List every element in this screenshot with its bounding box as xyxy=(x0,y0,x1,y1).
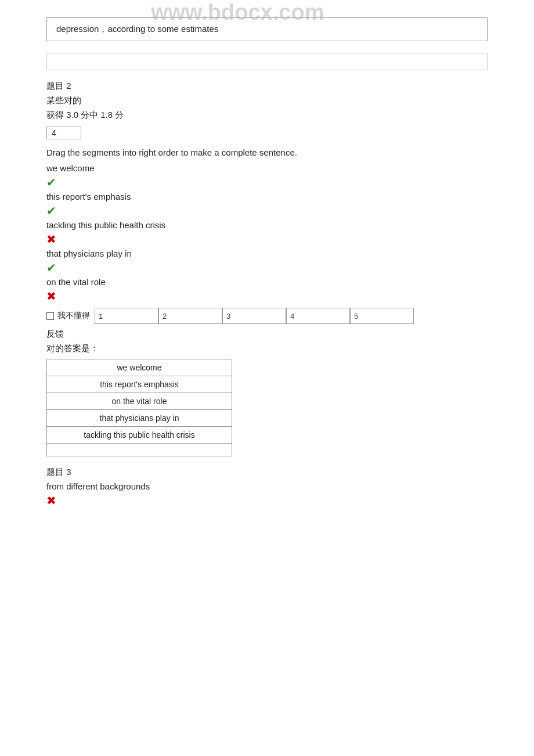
question3-segment-text: from different backgrounds xyxy=(46,481,488,491)
segment-1-text: we welcome xyxy=(46,163,488,173)
correct-row-4: that physicians play in xyxy=(47,410,232,427)
question3-section: 题目 3 from different backgrounds ✖ xyxy=(46,467,488,507)
rating-cell-1[interactable]: 1 xyxy=(95,308,158,324)
question2-section: 题目 2 某些对的 获得 3.0 分中 1.8 分 4 Drag the seg… xyxy=(46,81,488,324)
feedback-section: 反馈 对的答案是： we welcome this report's empha… xyxy=(46,329,488,456)
correct-row-empty xyxy=(47,444,232,456)
question2-sublabel: 某些对的 xyxy=(46,95,488,106)
segment-2-text: this report's emphasis xyxy=(46,192,488,201)
top-context-box: depression，according to some estimates xyxy=(46,17,488,41)
rating-row: 我不懂得 1 2 3 4 5 xyxy=(46,308,488,324)
top-context-text: depression，according to some estimates xyxy=(56,24,218,34)
question2-score: 获得 3.0 分中 1.8 分 xyxy=(46,110,488,121)
segment-2-check-icon: ✔ xyxy=(46,204,488,218)
feedback-title: 反馈 xyxy=(46,329,488,340)
top-box-empty xyxy=(46,53,488,70)
dont-understand-label: 我不懂得 xyxy=(57,311,90,321)
correct-row-3: on the vital role xyxy=(47,393,232,410)
segment-1-check-icon: ✔ xyxy=(46,175,488,189)
rating-cells: 1 2 3 4 5 xyxy=(95,308,414,324)
question3-cross-icon: ✖ xyxy=(46,494,488,507)
rating-cell-2[interactable]: 2 xyxy=(158,308,222,324)
dont-understand-checkbox[interactable] xyxy=(46,312,54,320)
segment-4-check-icon: ✔ xyxy=(46,261,488,275)
segment-3-cross-icon: ✖ xyxy=(46,232,488,246)
correct-answer-table: we welcome this report's emphasis on the… xyxy=(46,359,232,456)
segment-4-text: that physicians play in xyxy=(46,249,488,258)
question2-instruction: Drag the segments into right order to ma… xyxy=(46,147,488,157)
rating-cell-4[interactable]: 4 xyxy=(286,308,350,324)
rating-cell-5[interactable]: 5 xyxy=(350,308,414,324)
segment-3-text: tackling this public health crisis xyxy=(46,220,488,230)
dont-understand-row: 我不懂得 xyxy=(46,311,90,321)
rating-cell-3[interactable]: 3 xyxy=(222,308,286,324)
question2-label: 题目 2 xyxy=(46,81,488,92)
correct-row-2: this report's emphasis xyxy=(47,376,232,393)
correct-answer-title: 对的答案是： xyxy=(46,343,488,354)
segment-5-cross-icon: ✖ xyxy=(46,289,488,303)
correct-row-5: tackling this public health crisis xyxy=(47,427,232,444)
question2-answer-box[interactable]: 4 xyxy=(46,127,81,139)
question3-label: 题目 3 xyxy=(46,467,488,478)
segment-5-text: on the vital role xyxy=(46,277,488,287)
correct-row-1: we welcome xyxy=(47,359,232,376)
